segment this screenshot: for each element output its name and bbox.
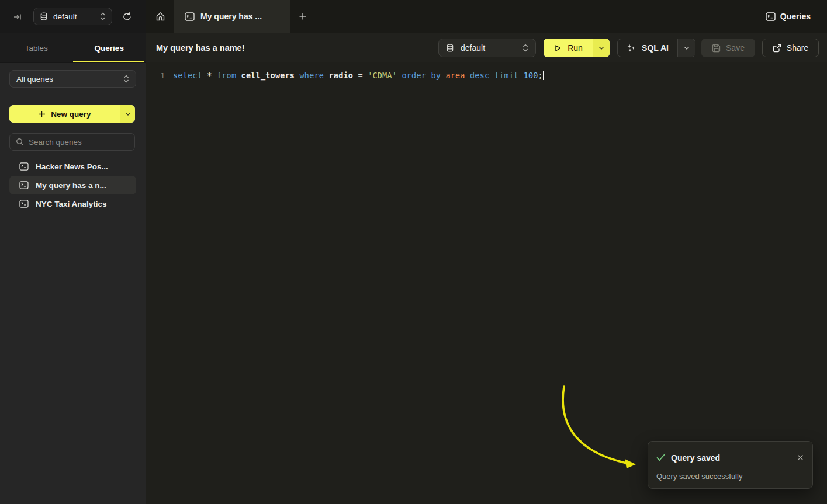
plus-icon (299, 12, 307, 20)
run-options-dropdown[interactable] (593, 39, 610, 57)
share-icon (773, 44, 781, 53)
query-terminal-icon (19, 200, 29, 208)
code-line-1[interactable]: 1 select * from cell_towers where radio … (146, 69, 827, 82)
sparkles-icon (627, 43, 636, 53)
collapse-sidebar-button[interactable] (12, 12, 23, 22)
collapse-sidebar-icon (13, 12, 22, 22)
plus-icon (38, 110, 46, 118)
query-terminal-icon (185, 12, 195, 21)
query-terminal-icon (766, 12, 776, 21)
query-filter-select[interactable]: All queries (9, 70, 136, 88)
sql-ai-label: SQL AI (642, 43, 669, 53)
sql-code: select * from cell_towers where radio = … (173, 71, 543, 80)
editor-header: My query has a name! default Run (146, 33, 827, 62)
search-queries-input[interactable] (29, 138, 132, 147)
refresh-icon (122, 12, 132, 22)
query-terminal-icon (19, 181, 29, 189)
tab-label: My query has ... (200, 12, 262, 21)
toast-query-saved: Query saved Query saved successfully (648, 441, 813, 489)
topbar-left: default (0, 0, 146, 33)
queries-panel-toggle[interactable]: Queries (766, 0, 811, 33)
close-icon (797, 454, 804, 461)
save-button[interactable]: Save (701, 39, 755, 57)
toast-close-button[interactable] (795, 452, 805, 463)
refresh-button[interactable] (121, 11, 133, 22)
chevrons-updown-icon (123, 75, 129, 83)
sidebar-tabs: Tables Queries (0, 33, 146, 63)
sql-editor[interactable]: 1 select * from cell_towers where radio … (146, 63, 827, 504)
play-icon (554, 44, 562, 52)
line-number: 1 (151, 71, 165, 80)
sidebar: Tables Queries All queries New query (0, 33, 146, 504)
text-cursor (543, 71, 544, 80)
query-list: Hacker News Pos... My query has a n... N… (9, 157, 136, 213)
query-item-label: My query has a n... (36, 181, 106, 190)
tab-my-query[interactable]: My query has ... (174, 0, 290, 33)
save-icon (712, 44, 721, 53)
query-terminal-icon (19, 162, 29, 171)
sidebar-tab-tables[interactable]: Tables (0, 33, 73, 62)
query-list-item-selected[interactable]: My query has a n... (9, 176, 136, 194)
topbar-database-selector[interactable]: default (33, 8, 112, 25)
query-filter-value: All queries (16, 75, 123, 84)
search-queries-box (9, 133, 135, 151)
new-tab-button[interactable] (297, 11, 309, 22)
toast-title: Query saved (671, 453, 720, 463)
chevrons-updown-icon (100, 12, 106, 20)
home-icon (155, 12, 165, 22)
save-label: Save (726, 43, 745, 53)
new-query-dropdown[interactable] (120, 105, 135, 123)
share-label: Share (787, 43, 808, 53)
query-list-item[interactable]: NYC Taxi Analytics (9, 194, 136, 213)
toast-message: Query saved successfully (656, 472, 742, 481)
search-icon (16, 138, 24, 146)
query-list-item[interactable]: Hacker News Pos... (9, 157, 136, 176)
check-icon (656, 453, 666, 461)
editor-database-value: default (461, 43, 523, 53)
home-button[interactable] (146, 0, 174, 33)
topbar-right: My query has ... Queries (146, 0, 827, 33)
database-icon (446, 44, 454, 53)
new-query-label: New query (51, 110, 91, 119)
chevrons-updown-icon (523, 44, 528, 52)
topbar-database-value: default (53, 12, 100, 21)
run-label: Run (568, 43, 583, 53)
sql-ai-dropdown[interactable] (677, 39, 695, 57)
query-title: My query has a name! (156, 43, 245, 53)
queries-panel-label: Queries (780, 12, 811, 21)
sidebar-tab-queries[interactable]: Queries (73, 33, 146, 62)
new-query-button[interactable]: New query (9, 105, 135, 123)
query-item-label: Hacker News Pos... (36, 162, 108, 171)
editor-database-selector[interactable]: default (438, 39, 536, 57)
run-button[interactable]: Run (544, 39, 610, 57)
share-button[interactable]: Share (762, 39, 819, 57)
database-icon (40, 12, 48, 21)
app-window: default My query has ... (0, 0, 827, 504)
query-item-label: NYC Taxi Analytics (36, 200, 107, 208)
sql-ai-button[interactable]: SQL AI (617, 39, 695, 57)
